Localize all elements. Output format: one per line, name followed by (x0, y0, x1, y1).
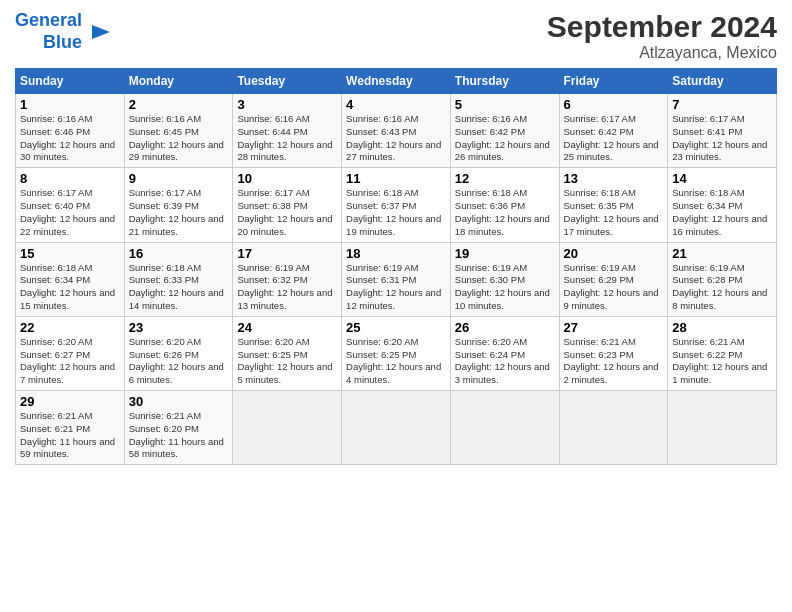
day-info: Sunrise: 6:19 AM Sunset: 6:30 PM Dayligh… (455, 262, 555, 313)
day-number: 4 (346, 97, 446, 112)
day-info: Sunrise: 6:18 AM Sunset: 6:36 PM Dayligh… (455, 187, 555, 238)
day-info: Sunrise: 6:16 AM Sunset: 6:43 PM Dayligh… (346, 113, 446, 164)
day-info: Sunrise: 6:18 AM Sunset: 6:34 PM Dayligh… (20, 262, 120, 313)
table-row: 11 Sunrise: 6:18 AM Sunset: 6:37 PM Dayl… (342, 168, 451, 242)
col-monday: Monday (124, 69, 233, 94)
day-number: 8 (20, 171, 120, 186)
svg-marker-0 (92, 25, 110, 39)
table-row: 12 Sunrise: 6:18 AM Sunset: 6:36 PM Dayl… (450, 168, 559, 242)
table-row: 1 Sunrise: 6:16 AM Sunset: 6:46 PM Dayli… (16, 94, 125, 168)
day-info: Sunrise: 6:19 AM Sunset: 6:28 PM Dayligh… (672, 262, 772, 313)
day-info: Sunrise: 6:18 AM Sunset: 6:34 PM Dayligh… (672, 187, 772, 238)
day-number: 6 (564, 97, 664, 112)
table-row: 5 Sunrise: 6:16 AM Sunset: 6:42 PM Dayli… (450, 94, 559, 168)
day-info: Sunrise: 6:20 AM Sunset: 6:25 PM Dayligh… (237, 336, 337, 387)
day-info: Sunrise: 6:16 AM Sunset: 6:42 PM Dayligh… (455, 113, 555, 164)
table-row: 2 Sunrise: 6:16 AM Sunset: 6:45 PM Dayli… (124, 94, 233, 168)
day-info: Sunrise: 6:19 AM Sunset: 6:31 PM Dayligh… (346, 262, 446, 313)
logo-icon (90, 21, 112, 43)
day-info: Sunrise: 6:21 AM Sunset: 6:20 PM Dayligh… (129, 410, 229, 461)
day-number: 5 (455, 97, 555, 112)
day-info: Sunrise: 6:16 AM Sunset: 6:44 PM Dayligh… (237, 113, 337, 164)
table-row: 14 Sunrise: 6:18 AM Sunset: 6:34 PM Dayl… (668, 168, 777, 242)
col-wednesday: Wednesday (342, 69, 451, 94)
day-number: 18 (346, 246, 446, 261)
day-number: 24 (237, 320, 337, 335)
day-number: 3 (237, 97, 337, 112)
table-row: 17 Sunrise: 6:19 AM Sunset: 6:32 PM Dayl… (233, 242, 342, 316)
day-number: 23 (129, 320, 229, 335)
calendar-week-row: 1 Sunrise: 6:16 AM Sunset: 6:46 PM Dayli… (16, 94, 777, 168)
day-number: 20 (564, 246, 664, 261)
day-info: Sunrise: 6:16 AM Sunset: 6:46 PM Dayligh… (20, 113, 120, 164)
day-info: Sunrise: 6:21 AM Sunset: 6:22 PM Dayligh… (672, 336, 772, 387)
table-row: 9 Sunrise: 6:17 AM Sunset: 6:39 PM Dayli… (124, 168, 233, 242)
day-number: 22 (20, 320, 120, 335)
page-container: General Blue September 2024 Atlzayanca, … (0, 0, 792, 475)
col-saturday: Saturday (668, 69, 777, 94)
day-info: Sunrise: 6:18 AM Sunset: 6:33 PM Dayligh… (129, 262, 229, 313)
table-row: 13 Sunrise: 6:18 AM Sunset: 6:35 PM Dayl… (559, 168, 668, 242)
day-number: 1 (20, 97, 120, 112)
day-number: 17 (237, 246, 337, 261)
day-info: Sunrise: 6:18 AM Sunset: 6:35 PM Dayligh… (564, 187, 664, 238)
day-number: 21 (672, 246, 772, 261)
col-thursday: Thursday (450, 69, 559, 94)
table-row (450, 391, 559, 465)
day-number: 2 (129, 97, 229, 112)
day-number: 12 (455, 171, 555, 186)
header-row: Sunday Monday Tuesday Wednesday Thursday… (16, 69, 777, 94)
header: General Blue September 2024 Atlzayanca, … (15, 10, 777, 62)
col-sunday: Sunday (16, 69, 125, 94)
day-info: Sunrise: 6:18 AM Sunset: 6:37 PM Dayligh… (346, 187, 446, 238)
day-number: 26 (455, 320, 555, 335)
table-row: 24 Sunrise: 6:20 AM Sunset: 6:25 PM Dayl… (233, 316, 342, 390)
day-info: Sunrise: 6:17 AM Sunset: 6:42 PM Dayligh… (564, 113, 664, 164)
table-row: 15 Sunrise: 6:18 AM Sunset: 6:34 PM Dayl… (16, 242, 125, 316)
table-row: 3 Sunrise: 6:16 AM Sunset: 6:44 PM Dayli… (233, 94, 342, 168)
table-row: 4 Sunrise: 6:16 AM Sunset: 6:43 PM Dayli… (342, 94, 451, 168)
day-number: 15 (20, 246, 120, 261)
table-row: 6 Sunrise: 6:17 AM Sunset: 6:42 PM Dayli… (559, 94, 668, 168)
table-row: 25 Sunrise: 6:20 AM Sunset: 6:25 PM Dayl… (342, 316, 451, 390)
table-row: 21 Sunrise: 6:19 AM Sunset: 6:28 PM Dayl… (668, 242, 777, 316)
day-info: Sunrise: 6:20 AM Sunset: 6:25 PM Dayligh… (346, 336, 446, 387)
table-row (233, 391, 342, 465)
table-row: 16 Sunrise: 6:18 AM Sunset: 6:33 PM Dayl… (124, 242, 233, 316)
table-row: 8 Sunrise: 6:17 AM Sunset: 6:40 PM Dayli… (16, 168, 125, 242)
day-number: 9 (129, 171, 229, 186)
day-number: 25 (346, 320, 446, 335)
day-number: 10 (237, 171, 337, 186)
page-title: September 2024 (547, 10, 777, 44)
day-info: Sunrise: 6:20 AM Sunset: 6:27 PM Dayligh… (20, 336, 120, 387)
logo-text: General (15, 10, 82, 32)
table-row: 29 Sunrise: 6:21 AM Sunset: 6:21 PM Dayl… (16, 391, 125, 465)
day-info: Sunrise: 6:17 AM Sunset: 6:39 PM Dayligh… (129, 187, 229, 238)
day-number: 14 (672, 171, 772, 186)
day-info: Sunrise: 6:17 AM Sunset: 6:41 PM Dayligh… (672, 113, 772, 164)
calendar-week-row: 15 Sunrise: 6:18 AM Sunset: 6:34 PM Dayl… (16, 242, 777, 316)
day-number: 28 (672, 320, 772, 335)
table-row (342, 391, 451, 465)
table-row: 23 Sunrise: 6:20 AM Sunset: 6:26 PM Dayl… (124, 316, 233, 390)
day-number: 29 (20, 394, 120, 409)
calendar-week-row: 29 Sunrise: 6:21 AM Sunset: 6:21 PM Dayl… (16, 391, 777, 465)
day-info: Sunrise: 6:17 AM Sunset: 6:40 PM Dayligh… (20, 187, 120, 238)
day-number: 16 (129, 246, 229, 261)
title-block: September 2024 Atlzayanca, Mexico (547, 10, 777, 62)
day-number: 30 (129, 394, 229, 409)
calendar-week-row: 8 Sunrise: 6:17 AM Sunset: 6:40 PM Dayli… (16, 168, 777, 242)
day-info: Sunrise: 6:21 AM Sunset: 6:23 PM Dayligh… (564, 336, 664, 387)
col-friday: Friday (559, 69, 668, 94)
table-row: 26 Sunrise: 6:20 AM Sunset: 6:24 PM Dayl… (450, 316, 559, 390)
table-row: 18 Sunrise: 6:19 AM Sunset: 6:31 PM Dayl… (342, 242, 451, 316)
page-subtitle: Atlzayanca, Mexico (547, 44, 777, 62)
table-row: 20 Sunrise: 6:19 AM Sunset: 6:29 PM Dayl… (559, 242, 668, 316)
col-tuesday: Tuesday (233, 69, 342, 94)
calendar-table: Sunday Monday Tuesday Wednesday Thursday… (15, 68, 777, 465)
table-row: 10 Sunrise: 6:17 AM Sunset: 6:38 PM Dayl… (233, 168, 342, 242)
calendar-week-row: 22 Sunrise: 6:20 AM Sunset: 6:27 PM Dayl… (16, 316, 777, 390)
table-row (559, 391, 668, 465)
day-number: 11 (346, 171, 446, 186)
day-info: Sunrise: 6:19 AM Sunset: 6:29 PM Dayligh… (564, 262, 664, 313)
